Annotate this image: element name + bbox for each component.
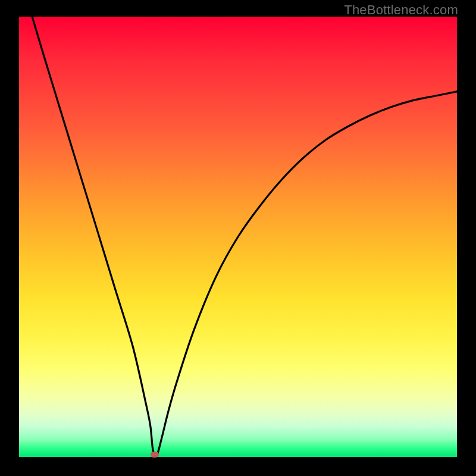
plot-area: [19, 17, 457, 457]
attribution-label: TheBottleneck.com: [344, 2, 458, 18]
minimum-marker: [151, 452, 159, 458]
curve-path: [32, 17, 457, 456]
chart-frame: TheBottleneck.com: [0, 0, 476, 476]
bottleneck-curve: [19, 17, 457, 457]
